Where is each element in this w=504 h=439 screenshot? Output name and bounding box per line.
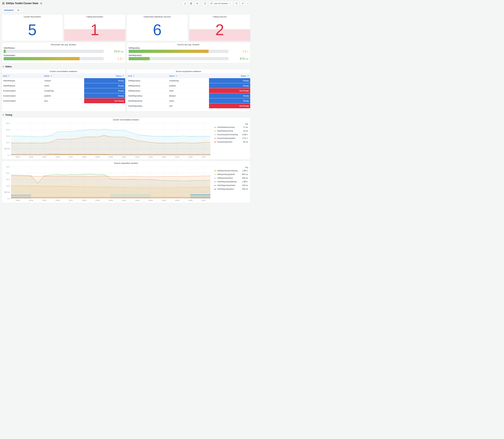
svg-text:0 s: 0 s <box>8 154 10 156</box>
series-color-mark <box>214 127 216 128</box>
gauge-value: 1.3 s <box>105 57 123 60</box>
table-header-row: KindNameStatus <box>2 73 125 78</box>
legend-item[interactable]: GitRepository/test2338 ms <box>214 176 248 180</box>
dashboard-header: GitOps Toolkit Cluster Stats Last 15 min… <box>0 0 252 7</box>
column-header-status[interactable]: Status <box>84 73 125 78</box>
status-badge: Ready <box>209 83 250 88</box>
svg-text:15:59: 15:59 <box>95 199 100 201</box>
gauge-value: 879 ms <box>230 57 248 60</box>
legend-item[interactable]: HelmRepository/test289 ms <box>214 187 248 191</box>
table-row: HelmRepositorybitnamiReady <box>127 93 250 98</box>
panel-title[interactable]: Reconciler ops avg. duration <box>2 42 125 47</box>
legend-item[interactable]: HelmRelease/minio16 ms <box>214 129 248 133</box>
series-name: GitRepository/test2 <box>217 177 241 179</box>
panel-title[interactable]: Source ops avg. duration <box>127 42 250 47</box>
gauge-track <box>129 50 229 53</box>
status-badge: Ready <box>209 78 250 83</box>
save-dashboard-button[interactable] <box>188 1 194 6</box>
column-header-name[interactable]: Name <box>43 73 84 78</box>
legend-item[interactable]: HelmRelease/contour71 ms <box>214 125 248 129</box>
cell-name: minio <box>168 98 209 103</box>
series-avg-value: 84 ms <box>242 141 248 143</box>
chevron-down-icon <box>2 66 4 67</box>
series-name: HelmRepository/test <box>217 188 241 190</box>
section-header-status[interactable]: Status <box>1 64 251 68</box>
chevron-down-icon <box>2 114 4 116</box>
stat-value: 5 <box>2 19 63 41</box>
panel-title[interactable]: Failing Reconcilers <box>64 14 125 19</box>
column-header-name[interactable]: Name <box>168 73 209 78</box>
svg-text:15:57: 15:57 <box>69 156 73 158</box>
series-name: Kustomization/podinfo <box>217 137 241 139</box>
table-row: GitRepositorytest2Not Ready <box>127 88 250 93</box>
refresh-interval-dropdown[interactable] <box>246 1 250 6</box>
gauge-row-helmrelease: HelmRelease 43.6 ms <box>4 47 123 53</box>
namespace-select[interactable]: All <box>15 8 24 12</box>
svg-text:2.0 s: 2.0 s <box>6 172 10 174</box>
gauge-track <box>129 57 229 60</box>
stat-panel-failing-reconcilers: Failing Reconcilers 1 <box>64 14 125 41</box>
svg-text:15:57: 15:57 <box>69 199 73 201</box>
section-header-timing[interactable]: Timing <box>1 112 251 117</box>
legend-item[interactable]: GitRepository/monitoring1.594 s <box>214 169 248 172</box>
panel-title[interactable]: Cluster reconciliation duration <box>2 118 250 122</box>
cell-kind: HelmRelease <box>2 83 43 88</box>
column-header-kind[interactable]: Kind <box>127 73 168 78</box>
gauge-row-kustomization: Kustomization 1.3 s <box>4 54 123 60</box>
panel-title[interactable]: Failing Sources <box>189 14 250 19</box>
dashboard-grid-icon[interactable] <box>2 2 5 5</box>
time-range-picker[interactable]: Last 15 minutes <box>209 1 233 6</box>
add-panel-button[interactable] <box>182 1 187 6</box>
legend-item[interactable]: Kustomization/test84 ms <box>214 140 248 144</box>
svg-text:16:06: 16:06 <box>188 156 193 158</box>
legend-item[interactable]: HelmRepository/bitnami1.695 s <box>214 180 248 183</box>
column-header-kind[interactable]: Kind <box>2 73 43 78</box>
series-avg-value: 108 ms <box>241 184 248 186</box>
table-row: KustomizationtestNot Ready <box>2 98 125 103</box>
refresh-button[interactable] <box>240 1 245 6</box>
svg-text:15:58: 15:58 <box>82 156 86 158</box>
section-title: Timing <box>5 114 12 116</box>
stat-value: 2 <box>189 19 250 41</box>
zoom-out-button[interactable] <box>234 1 239 6</box>
svg-text:15:54: 15:54 <box>29 199 33 201</box>
series-color-mark <box>214 131 216 131</box>
cell-name: minio <box>43 83 84 88</box>
dashboard-settings-button[interactable] <box>195 1 200 6</box>
share-icon[interactable] <box>40 2 42 5</box>
cell-name: monitoring <box>43 88 84 93</box>
dashboard-submenu: namespace All <box>0 7 252 14</box>
panel-title[interactable]: Source acquisition duration <box>2 161 250 165</box>
series-color-mark <box>214 134 216 135</box>
cell-name: podinfo <box>168 83 209 88</box>
table-row: GitRepositorymonitoringReady <box>127 78 250 83</box>
svg-text:15:54: 15:54 <box>29 156 33 158</box>
legend-item[interactable]: Kustomization/monitoring1.605 s <box>214 133 248 136</box>
legend-item[interactable]: HelmRepository/minio108 ms <box>214 183 248 187</box>
legend-avg-header[interactable]: avg <box>214 166 248 169</box>
cell-kind: GitRepository <box>127 78 168 83</box>
table-row: GitRepositorypodinfoReady <box>127 83 250 88</box>
svg-text:16:03: 16:03 <box>148 156 153 158</box>
series-color-mark <box>214 182 216 182</box>
column-header-status[interactable]: Status <box>209 73 250 78</box>
gauge-row-helmrepository: HelmRepository 879 ms <box>129 54 248 60</box>
panel-title[interactable]: Cluster reconciliation readiness <box>2 69 125 73</box>
panel-title[interactable]: Source acquisition readiness <box>127 69 250 73</box>
legend-item[interactable]: Kustomization/podinfo1.071 s <box>214 136 248 140</box>
status-badge: Ready <box>84 83 125 88</box>
panel-title[interactable]: Kubernetes Manifests Sources <box>127 14 188 19</box>
svg-text:16:02: 16:02 <box>135 199 139 201</box>
time-series-plot[interactable]: 0 s500 ms1.0 s1.5 s2.0 s2.5 s15:5315:541… <box>3 165 212 202</box>
cycle-view-mode-button[interactable] <box>202 1 208 6</box>
cell-name: test <box>43 98 84 103</box>
panel-title[interactable]: Cluster Reconcilers <box>2 14 63 19</box>
svg-text:16:03: 16:03 <box>148 199 153 201</box>
status-badge: Ready <box>84 78 125 83</box>
gauge-track <box>4 50 104 53</box>
series-avg-value: 1.605 s <box>241 134 248 136</box>
legend-avg-header[interactable]: avg <box>214 122 248 125</box>
legend-item[interactable]: GitRepository/podinfo980 ms <box>214 172 248 176</box>
time-series-plot[interactable]: 0 s500 ms1.0 s1.5 s2.0 s2.5 s15:5315:541… <box>3 122 212 159</box>
namespace-selected-value: All <box>17 9 19 11</box>
